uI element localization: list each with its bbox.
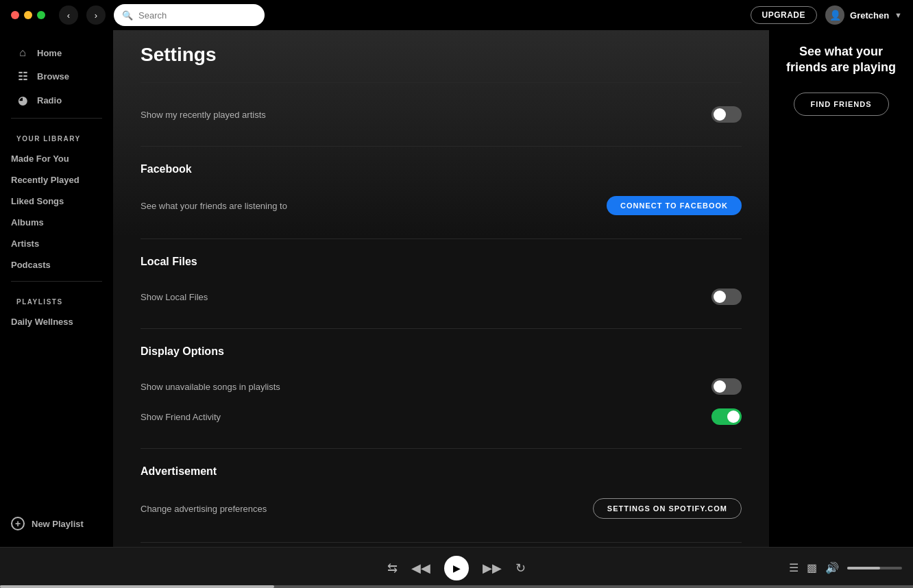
previous-icon: ◀◀ bbox=[411, 561, 430, 576]
toggle-knob bbox=[714, 380, 726, 393]
page-title: Settings bbox=[141, 30, 742, 82]
chevron-down-icon: ▼ bbox=[894, 11, 902, 19]
settings-section-local-files: Local Files Show Local Files bbox=[141, 238, 742, 328]
repeat-icon: ↻ bbox=[515, 561, 526, 576]
toggle-knob bbox=[727, 411, 740, 423]
sidebar-item-home[interactable]: ⌂ Home bbox=[5, 41, 108, 64]
setting-label-advertising-prefs: Change advertising preferences bbox=[141, 504, 267, 514]
player-bar: ⇆ ◀◀ ▶ ▶▶ ↻ ☰ ▩ 🔊 bbox=[0, 547, 913, 588]
next-icon: ▶▶ bbox=[483, 561, 502, 576]
settings-section-display-options: Display Options Show unavailable songs i… bbox=[141, 328, 742, 448]
setting-label: Show my recently played artists bbox=[141, 110, 266, 120]
library-section: YOUR LIBRARY Made For You Recently Playe… bbox=[0, 124, 113, 275]
sidebar-nav: ⌂ Home ☷ Browse ◕ Radio bbox=[0, 41, 113, 112]
forward-button[interactable]: › bbox=[86, 5, 106, 25]
sidebar-item-label: Daily Wellness bbox=[11, 317, 73, 327]
playlists-title: PLAYLISTS bbox=[0, 287, 113, 311]
volume-fill bbox=[847, 567, 880, 569]
settings-section-autoplay: Autoplay Autoplay similar songs when you… bbox=[141, 542, 742, 547]
sidebar-item-label: Albums bbox=[11, 217, 44, 228]
sidebar-item-daily-wellness[interactable]: Daily Wellness bbox=[0, 311, 113, 332]
setting-row-show-unavailable: Show unavailable songs in playlists bbox=[141, 371, 742, 402]
setting-row-show-recently-played: Show my recently played artists bbox=[141, 99, 742, 130]
toggle-knob bbox=[714, 291, 726, 303]
content-area: Settings Show my recently played artists… bbox=[113, 30, 769, 547]
sidebar-item-liked-songs[interactable]: Liked Songs bbox=[0, 191, 113, 212]
username: Gretchen bbox=[850, 10, 889, 21]
new-playlist-button[interactable]: + New Playlist bbox=[0, 511, 113, 536]
playlists-section: PLAYLISTS Daily Wellness bbox=[0, 287, 113, 332]
sidebar-item-radio[interactable]: ◕ Radio bbox=[5, 88, 108, 112]
toggle-show-recently-played[interactable] bbox=[711, 106, 742, 123]
section-title-facebook: Facebook bbox=[141, 163, 742, 175]
new-playlist-label: New Playlist bbox=[32, 519, 84, 529]
section-title-advertisement: Advertisement bbox=[141, 465, 742, 478]
maximize-button[interactable] bbox=[37, 11, 45, 19]
setting-label-show-unavailable: Show unavailable songs in playlists bbox=[141, 382, 280, 392]
back-button[interactable]: ‹ bbox=[59, 5, 78, 25]
setting-row-show-friend-activity: Show Friend Activity bbox=[141, 402, 742, 432]
settings-section-facebook: Facebook See what your friends are liste… bbox=[141, 146, 742, 238]
sidebar-item-label: Podcasts bbox=[11, 260, 51, 270]
minimize-button[interactable] bbox=[24, 11, 32, 19]
play-icon: ▶ bbox=[453, 563, 461, 574]
sidebar-item-label: Radio bbox=[37, 95, 62, 106]
settings-section-recently-played: Show my recently played artists bbox=[141, 82, 742, 146]
progress-bar[interactable] bbox=[0, 585, 913, 588]
titlebar: ‹ › 🔍 UPGRADE 👤 Gretchen ▼ bbox=[0, 0, 913, 30]
toggle-show-unavailable[interactable] bbox=[711, 378, 742, 395]
sidebar-divider-2 bbox=[11, 281, 102, 282]
sidebar-item-albums[interactable]: Albums bbox=[0, 212, 113, 233]
progress-fill bbox=[0, 585, 274, 588]
toggle-show-local-files[interactable] bbox=[711, 289, 742, 305]
upgrade-button[interactable]: UPGRADE bbox=[751, 6, 818, 24]
spotify-settings-button[interactable]: SETTINGS ON SPOTIFY.COM bbox=[593, 498, 742, 519]
repeat-button[interactable]: ↻ bbox=[515, 561, 526, 576]
titlebar-right: UPGRADE 👤 Gretchen ▼ bbox=[751, 5, 902, 25]
friends-panel-title: See what your friends are playing bbox=[780, 44, 902, 76]
toggle-knob bbox=[714, 108, 726, 121]
settings-section-advertisement: Advertisement Change advertising prefere… bbox=[141, 448, 742, 542]
traffic-lights bbox=[11, 11, 45, 19]
shuffle-button[interactable]: ⇆ bbox=[387, 561, 398, 576]
right-panel: See what your friends are playing FIND F… bbox=[769, 30, 913, 547]
sidebar-item-browse[interactable]: ☷ Browse bbox=[5, 64, 108, 88]
previous-button[interactable]: ◀◀ bbox=[411, 561, 430, 576]
library-title: YOUR LIBRARY bbox=[0, 124, 113, 148]
user-section[interactable]: 👤 Gretchen ▼ bbox=[825, 5, 902, 25]
setting-label-show-friend-activity: Show Friend Activity bbox=[141, 412, 221, 422]
search-icon: 🔍 bbox=[122, 10, 133, 21]
close-button[interactable] bbox=[11, 11, 19, 19]
plus-icon: + bbox=[11, 517, 25, 530]
sidebar-divider bbox=[11, 118, 102, 119]
setting-row-advertising-prefs: Change advertising preferences SETTINGS … bbox=[141, 491, 742, 526]
browse-icon: ☷ bbox=[16, 70, 29, 83]
sidebar-item-label: Home bbox=[37, 48, 62, 58]
sidebar-item-artists[interactable]: Artists bbox=[0, 233, 113, 254]
sidebar-item-label: Artists bbox=[11, 238, 39, 249]
toggle-show-friend-activity[interactable] bbox=[711, 408, 742, 425]
devices-icon[interactable]: ▩ bbox=[807, 561, 817, 574]
volume-slider[interactable] bbox=[847, 567, 902, 569]
sidebar-item-label: Liked Songs bbox=[11, 196, 64, 206]
sidebar-item-label: Recently Played bbox=[11, 175, 80, 185]
sidebar-item-label: Browse bbox=[37, 71, 69, 82]
next-button[interactable]: ▶▶ bbox=[483, 561, 502, 576]
search-input[interactable] bbox=[138, 10, 256, 21]
player-controls: ⇆ ◀◀ ▶ ▶▶ ↻ bbox=[387, 556, 526, 580]
find-friends-button[interactable]: FIND FRIENDS bbox=[794, 93, 889, 116]
search-bar[interactable]: 🔍 bbox=[114, 4, 265, 26]
section-title-local-files: Local Files bbox=[141, 256, 742, 268]
volume-icon[interactable]: 🔊 bbox=[825, 561, 839, 574]
setting-label-local-files: Show Local Files bbox=[141, 292, 208, 302]
avatar: 👤 bbox=[825, 5, 844, 25]
player-right: ☰ ▩ 🔊 bbox=[789, 561, 902, 574]
setting-label-facebook: See what your friends are listening to bbox=[141, 201, 287, 211]
sidebar-item-podcasts[interactable]: Podcasts bbox=[0, 254, 113, 275]
setting-row-facebook-connect: See what your friends are listening to C… bbox=[141, 189, 742, 222]
play-button[interactable]: ▶ bbox=[444, 556, 469, 580]
connect-facebook-button[interactable]: CONNECT TO FACEBOOK bbox=[607, 196, 742, 215]
sidebar-item-recently-played[interactable]: Recently Played bbox=[0, 169, 113, 191]
queue-icon[interactable]: ☰ bbox=[789, 561, 799, 574]
sidebar-item-made-for-you[interactable]: Made For You bbox=[0, 148, 113, 169]
